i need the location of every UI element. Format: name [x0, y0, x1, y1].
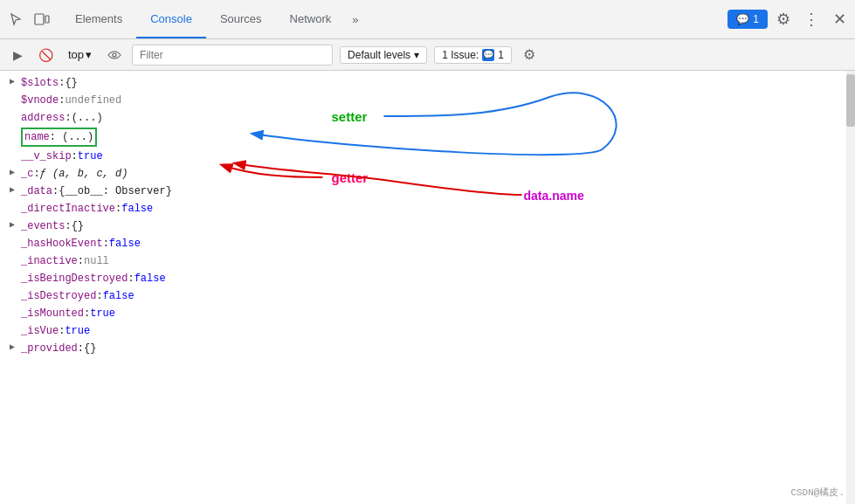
- expand-c-arrow[interactable]: ▶: [7, 167, 17, 179]
- console-toolbar: ▶ 🚫 top ▾ Default levels ▾ 1 Issue: 💬 1 …: [0, 39, 855, 71]
- scrollbar-track[interactable]: [846, 71, 855, 504]
- tab-elements[interactable]: Elements: [61, 0, 136, 38]
- expand-slots-arrow[interactable]: ▶: [7, 76, 17, 88]
- line-is-destroyed: _isDestroyed: false: [0, 287, 855, 305]
- line-v-skip: __v_skip: true: [0, 148, 855, 165]
- line-provided: ▶ _provided: {}: [0, 340, 855, 357]
- more-options-button[interactable]: ⋮: [799, 7, 824, 31]
- close-button[interactable]: ✕: [827, 7, 852, 31]
- line-is-vue: _isVue: true: [0, 322, 855, 340]
- line-address: address: (...): [0, 109, 855, 127]
- settings-button[interactable]: ⚙: [771, 7, 796, 31]
- chevron-down-icon: ▾: [86, 48, 92, 61]
- toolbar-right: 💬 1 ⚙ ⋮ ✕: [727, 7, 852, 31]
- chevron-down-icon: ▾: [414, 49, 419, 61]
- svg-rect-0: [35, 14, 44, 24]
- cursor-icon[interactable]: [3, 7, 28, 31]
- line-has-hook-event: _hasHookEvent: false: [0, 235, 855, 252]
- device-toggle-icon[interactable]: [30, 7, 54, 31]
- issue-icon: 💬: [482, 49, 494, 61]
- eye-icon[interactable]: [104, 45, 125, 66]
- console-content: ▶ $slots: {} $vnode: undefined address: …: [0, 71, 855, 504]
- line-is-mounted: _isMounted: true: [0, 305, 855, 322]
- context-selector[interactable]: top ▾: [63, 46, 97, 63]
- scrollbar-thumb[interactable]: [846, 74, 855, 127]
- tab-sources[interactable]: Sources: [206, 0, 276, 38]
- issues-badge-button[interactable]: 💬 1: [727, 10, 768, 29]
- line-name: name: (...): [0, 127, 855, 148]
- line-events: ▶ _events: {}: [0, 217, 855, 235]
- chat-icon: 💬: [736, 13, 749, 25]
- filter-input[interactable]: [132, 45, 333, 66]
- line-vnode: $vnode: undefined: [0, 92, 855, 109]
- line-direct-inactive: _directInactive: false: [0, 200, 855, 217]
- execute-script-icon[interactable]: ▶: [7, 45, 28, 66]
- svg-point-2: [113, 53, 116, 57]
- watermark: CSDN@橘皮.: [790, 486, 845, 499]
- svg-rect-1: [45, 16, 49, 23]
- console-settings-icon[interactable]: ⚙: [519, 45, 540, 66]
- line-is-being-destroyed: _isBeingDestroyed: false: [0, 270, 855, 287]
- tab-bar: Elements Console Sources Network »: [61, 0, 727, 38]
- expand-data-arrow[interactable]: ▶: [7, 184, 17, 197]
- clear-console-icon[interactable]: 🚫: [35, 45, 56, 66]
- tab-console[interactable]: Console: [136, 0, 206, 38]
- line-slots: ▶ $slots: {}: [0, 74, 855, 92]
- line-c: ▶ _c: ƒ (a, b, c, d): [0, 165, 855, 183]
- tab-more[interactable]: »: [345, 0, 365, 38]
- toolbar-left-icons: [3, 7, 54, 31]
- log-levels-dropdown[interactable]: Default levels ▾: [340, 46, 427, 64]
- line-inactive: _inactive: null: [0, 252, 855, 270]
- line-data: ▶ _data: {__ob__: Observer}: [0, 183, 855, 200]
- expand-provided-arrow[interactable]: ▶: [7, 342, 17, 354]
- devtools-toolbar: Elements Console Sources Network » 💬 1 ⚙…: [0, 0, 855, 39]
- issues-count[interactable]: 1 Issue: 💬 1: [434, 46, 512, 64]
- name-highlight-box: name: (...): [21, 128, 97, 147]
- tab-network[interactable]: Network: [276, 0, 346, 38]
- expand-events-arrow[interactable]: ▶: [7, 219, 17, 231]
